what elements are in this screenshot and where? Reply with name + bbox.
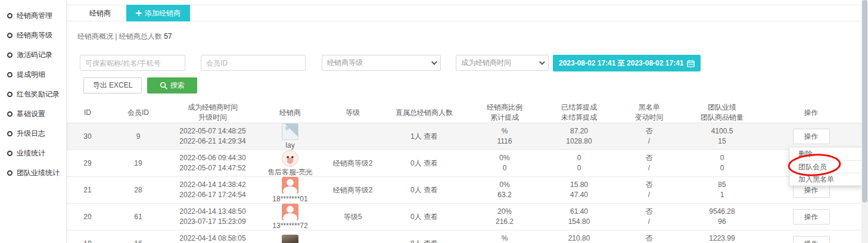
action-button[interactable]: 操作	[793, 236, 830, 243]
search-button-label: 搜索	[170, 80, 185, 91]
cell-dealer: 售后客服-亮光	[257, 150, 323, 177]
avatar	[282, 235, 298, 243]
circle-icon	[7, 131, 13, 136]
dealer-name: lay	[285, 141, 294, 149]
cell-member-id: 16	[108, 230, 168, 243]
cell-id: 20	[67, 204, 108, 230]
dealer-level-select[interactable]: 经销商等级	[322, 55, 441, 71]
circle-icon	[7, 13, 13, 18]
cell-times: 2022-04-14 13:48:502023-07-17 15:23:09	[168, 204, 257, 230]
view-link[interactable]: 查看	[424, 239, 438, 243]
dropdown-item-add-to-blacklist[interactable]: 加入黑名单	[790, 173, 861, 185]
sidebar-item-dealer-level[interactable]: 经销商等级	[0, 26, 66, 45]
circle-icon	[7, 33, 13, 38]
sidebar-item-redpacket-reward-records[interactable]: 红包奖励记录	[0, 85, 66, 104]
cell-ratio: %4427.63	[466, 230, 543, 243]
action-button[interactable]: 操作	[793, 209, 830, 225]
circle-icon	[7, 72, 13, 77]
circle-icon	[7, 170, 13, 176]
cell-blacklist: 否/	[615, 204, 683, 230]
sidebar-item-commission-details[interactable]: 提成明细	[0, 65, 66, 85]
date-range-button[interactable]: 2023-08-02 17:41 至 2023-08-02 17:41	[553, 55, 701, 71]
summary-label: 经销商概况 | 经销商总人数	[77, 32, 162, 40]
cell-id: 30	[67, 123, 108, 150]
keyword-search-input[interactable]	[80, 55, 185, 71]
cell-level: 经销商等级2	[323, 177, 382, 204]
dealer-table: ID 会员ID 成为经销商时间升级时间 经销商 等级 直属总经销商人数 经销商比…	[67, 102, 861, 243]
cell-ratio: %1116	[466, 123, 543, 150]
cell-blacklist: 否/	[615, 123, 683, 150]
col-header-team: 团队业绩团队商品销量	[683, 102, 761, 123]
sidebar-item-label: 基础设置	[17, 109, 45, 119]
view-link[interactable]: 查看	[424, 159, 438, 167]
table-row: 20 61 2022-04-14 13:48:502023-07-17 15:2…	[67, 204, 861, 230]
sidebar-item-dealer-management[interactable]: 经销商管理	[0, 6, 66, 26]
calendar-icon	[687, 60, 695, 67]
cell-member-id: 28	[108, 177, 168, 204]
sidebar-item-label: 提成明细	[17, 70, 45, 80]
table-row: 30 9 2022-05-07 14:48:252022-06-21 14:29…	[67, 123, 861, 150]
sidebar-item-label: 业绩统计	[17, 148, 45, 158]
cell-times: 2022-04-14 14:38:422022-06-17 17:24:54	[168, 177, 257, 204]
dealer-name: 售后客服-亮光	[267, 168, 313, 176]
sidebar-item-label: 团队业绩统计	[17, 168, 60, 178]
dropdown-item-team-members[interactable]: 团队会员	[790, 160, 861, 173]
scrollbar-thumb[interactable]	[862, 0, 867, 202]
become-time-select[interactable]: 成为经销商时间	[456, 55, 549, 71]
cell-settlement: 87.201028.80	[543, 123, 615, 150]
member-id-input[interactable]	[201, 55, 306, 71]
cell-times: 2022-05-06 09:44:302022-05-07 14:47:52	[168, 150, 257, 177]
add-dealer-button[interactable]: 添加经销商	[126, 5, 190, 21]
cell-member-id: 19	[108, 150, 168, 177]
cell-direct-count: 0人 查看	[382, 230, 466, 243]
plus-icon	[136, 10, 142, 16]
view-link[interactable]: 查看	[424, 132, 438, 141]
chevron-down-icon	[431, 59, 437, 65]
search-icon	[160, 82, 167, 89]
vertical-scrollbar[interactable]	[861, 0, 868, 243]
cell-settlement: 210.804113.83	[543, 230, 615, 243]
cell-dealer: 13*******72	[257, 204, 323, 230]
main-content: 经销商 添加经销商 经销商概况 | 经销商总人数 57 经销商等级 成为经销商时…	[67, 0, 861, 243]
col-header-level: 等级	[323, 102, 382, 123]
dealer-name: 18*******01	[272, 195, 307, 203]
dropdown-item-delete[interactable]: 删除	[790, 148, 861, 160]
tab-bar: 经销商 添加经销商	[67, 5, 861, 21]
circle-icon	[7, 52, 13, 58]
sidebar-item-performance-stats[interactable]: 业绩统计	[0, 144, 66, 163]
cell-id: 29	[67, 150, 108, 177]
sidebar-item-label: 升级日志	[17, 129, 45, 139]
avatar	[282, 123, 298, 140]
cell-action: 操作	[761, 230, 861, 243]
sidebar-item-upgrade-log[interactable]: 升级日志	[0, 124, 66, 144]
tab-dealer[interactable]: 经销商	[89, 8, 111, 18]
circle-icon	[7, 92, 13, 97]
view-link[interactable]: 查看	[424, 213, 438, 221]
col-header-settlement: 已结算提成未结算提成	[543, 102, 615, 123]
export-excel-button[interactable]: 导出 EXCEL	[83, 77, 142, 94]
view-link[interactable]: 查看	[424, 186, 438, 194]
avatar	[282, 150, 298, 167]
sidebar-item-label: 红包奖励记录	[17, 89, 60, 99]
col-header-direct-count: 直属总经销商人数	[382, 102, 466, 123]
cell-dealer: 18*******01	[257, 177, 323, 204]
cell-level: 经销商等级2	[323, 150, 382, 177]
cell-dealer	[257, 230, 323, 243]
search-button[interactable]: 搜索	[147, 77, 197, 94]
sidebar-item-label: 经销商等级	[17, 30, 52, 40]
cell-times: 2022-04-14 08:58:052022-09-02 11:52:52	[168, 230, 257, 243]
sidebar-item-activation-code-records[interactable]: 激活码记录	[0, 45, 66, 65]
sidebar-item-basic-settings[interactable]: 基础设置	[0, 104, 66, 124]
dealer-level-select-value: 经销商等级	[327, 58, 363, 68]
date-range-value: 2023-08-02 17:41 至 2023-08-02 17:41	[559, 58, 683, 68]
sidebar-item-team-performance-stats[interactable]: 团队业绩统计	[0, 163, 66, 183]
cell-settlement: 61.40154.80	[543, 204, 615, 230]
col-header-ratio: 经销商比例累计提成	[466, 102, 543, 123]
cell-id: 19	[67, 230, 108, 243]
cell-direct-count: 0人 查看	[382, 177, 466, 204]
cell-team: 9546.2896	[683, 204, 761, 230]
cell-times: 2022-05-07 14:48:252022-06-21 14:29:34	[168, 123, 257, 150]
col-header-dealer: 经销商	[257, 102, 323, 123]
action-button[interactable]: 操作	[793, 129, 830, 144]
col-header-id: ID	[67, 102, 108, 123]
